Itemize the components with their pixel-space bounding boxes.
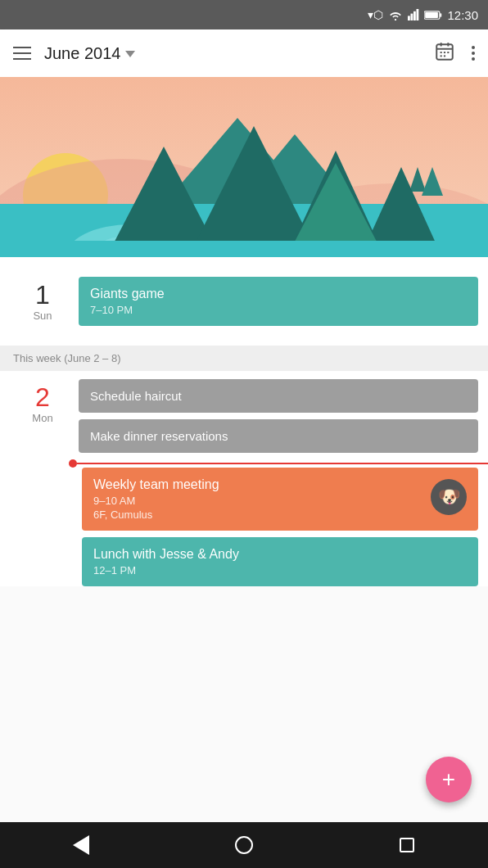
giants-game-time: 7–10 PM bbox=[90, 304, 467, 316]
month-title[interactable]: June 2014 bbox=[44, 44, 135, 63]
day-2-row: 2 Mon Schedule haircut Make dinner reser… bbox=[0, 371, 488, 453]
svg-rect-6 bbox=[441, 13, 442, 17]
day-1-row: 1 Sun Giants game 7–10 PM bbox=[0, 267, 488, 336]
time-dot bbox=[69, 459, 77, 468]
wifi-icon bbox=[388, 9, 403, 20]
week-separator-label: This week (June 2 – 8) bbox=[13, 352, 121, 364]
giants-game-title: Giants game bbox=[90, 287, 467, 301]
top-bar: June 2014 bbox=[0, 29, 488, 77]
add-icon: + bbox=[442, 768, 455, 791]
meeting-avatar: 🐶 bbox=[431, 479, 467, 515]
day-2-label: 2 Mon bbox=[10, 379, 75, 424]
svg-rect-3 bbox=[413, 11, 416, 20]
meeting-info: Weekly team meeting 9–10 AM 6F, Cumulus bbox=[93, 477, 219, 521]
status-time: 12:30 bbox=[447, 8, 478, 22]
day-1-section: 1 Sun Giants game 7–10 PM bbox=[0, 257, 488, 346]
status-icons: ▾⬡ 12:30 bbox=[368, 8, 478, 22]
home-button[interactable] bbox=[224, 825, 264, 866]
top-bar-right bbox=[434, 41, 475, 66]
chevron-down-icon bbox=[125, 51, 135, 57]
day-2-name: Mon bbox=[32, 412, 52, 424]
month-title-text: June 2014 bbox=[44, 44, 120, 63]
recent-icon bbox=[400, 838, 414, 852]
menu-button[interactable] bbox=[13, 47, 31, 60]
meeting-time: 9–10 AM bbox=[93, 495, 219, 507]
day-1-label: 1 Sun bbox=[10, 277, 75, 322]
day-1-name: Sun bbox=[33, 310, 52, 322]
top-bar-left: June 2014 bbox=[13, 44, 135, 63]
lunch-title: Lunch with Jesse & Andy bbox=[93, 547, 467, 562]
back-icon bbox=[73, 835, 89, 855]
meeting-location: 6F, Cumulus bbox=[93, 509, 219, 521]
current-time-line bbox=[0, 459, 488, 468]
giants-game-event[interactable]: Giants game 7–10 PM bbox=[79, 277, 478, 326]
schedule-haircut-title: Schedule haircut bbox=[90, 389, 467, 403]
dinner-reservations-event[interactable]: Make dinner reservations bbox=[79, 419, 478, 453]
svg-rect-1 bbox=[408, 16, 410, 20]
lunch-time: 12–1 PM bbox=[93, 564, 467, 576]
svg-rect-4 bbox=[417, 9, 419, 20]
wifi-icon: ▾⬡ bbox=[368, 8, 383, 21]
svg-rect-7 bbox=[426, 11, 439, 17]
day-1-number: 1 bbox=[35, 282, 50, 308]
banner-image bbox=[0, 77, 488, 257]
schedule-haircut-event[interactable]: Schedule haircut bbox=[79, 379, 478, 413]
calendar-content: 1 Sun Giants game 7–10 PM This week (Jun… bbox=[0, 257, 488, 822]
more-options-button[interactable] bbox=[472, 46, 475, 61]
bottom-nav bbox=[0, 822, 488, 868]
dinner-reservations-title: Make dinner reservations bbox=[90, 429, 467, 443]
meeting-title: Weekly team meeting bbox=[93, 477, 219, 492]
add-event-fab[interactable]: + bbox=[426, 757, 472, 802]
svg-rect-2 bbox=[411, 14, 413, 20]
svg-point-0 bbox=[395, 19, 396, 20]
recent-button[interactable] bbox=[386, 825, 427, 866]
time-rule bbox=[77, 463, 488, 464]
day-2-section: 2 Mon Schedule haircut Make dinner reser… bbox=[0, 371, 488, 586]
home-icon bbox=[235, 836, 253, 854]
svg-rect-32 bbox=[0, 241, 488, 257]
day-2-number: 2 bbox=[35, 384, 50, 410]
back-button[interactable] bbox=[61, 825, 102, 866]
day-2-events: Schedule haircut Make dinner reservation… bbox=[79, 379, 478, 453]
week-separator: This week (June 2 – 8) bbox=[0, 346, 488, 371]
lunch-event[interactable]: Lunch with Jesse & Andy 12–1 PM bbox=[82, 537, 478, 586]
weekly-team-meeting-event[interactable]: Weekly team meeting 9–10 AM 6F, Cumulus … bbox=[82, 468, 478, 531]
calendar-view-button[interactable] bbox=[434, 41, 455, 66]
status-bar: ▾⬡ 12:30 bbox=[0, 0, 488, 29]
signal-icon bbox=[408, 9, 419, 20]
battery-icon bbox=[424, 10, 442, 20]
